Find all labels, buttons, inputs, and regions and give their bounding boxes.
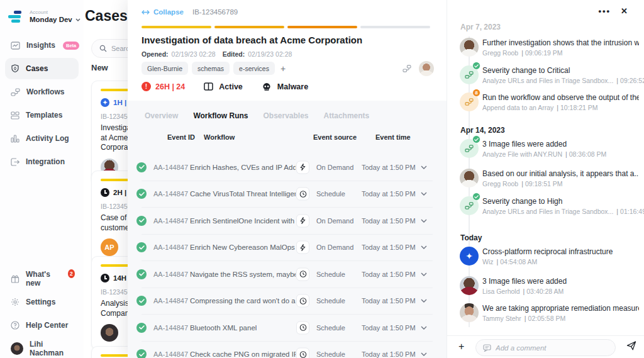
table-row[interactable]: AA-144847 Navigate the RSS system, maybe… — [142, 261, 433, 288]
expand-row-chevron[interactable] — [421, 219, 427, 223]
timeline-item-title: Further investigation shows that the int… — [482, 38, 639, 47]
event-source: Schedule — [316, 297, 345, 305]
expand-row-chevron[interactable] — [421, 352, 427, 356]
add-tag-button[interactable]: + — [280, 64, 286, 74]
event-id: AA-144847 — [153, 164, 188, 171]
success-check-badge — [472, 135, 480, 143]
sidebar-item-label: Help Center — [26, 321, 68, 330]
sidebar-item-templates[interactable]: Templates — [5, 104, 79, 126]
success-check-badge — [472, 193, 480, 201]
timeline-item-title: 3 Image files were added — [482, 140, 639, 148]
sidebar-item-label: Workflows — [26, 87, 64, 96]
sidebar: Account Monday Dev Insights Beta Cases W… — [0, 0, 84, 358]
table-row[interactable]: AA-144847 Bluetooth XML panel Schedule T… — [142, 315, 433, 342]
timeline-item-meta: Analyze URLs and Files in Triage Sandbox… — [482, 208, 639, 215]
sidebar-footer: What's new 2 Settings Help Center Lihi N… — [5, 268, 80, 358]
status-board-icon — [204, 82, 213, 91]
case-title: Investigation of data breach at Acme Cor… — [142, 35, 362, 45]
workflow-runs-table: AA-144847 Enrich Hashes, CVEs and IP Add… — [128, 154, 447, 358]
case-id-header: IB-123456789 — [192, 8, 238, 16]
expand-row-chevron[interactable] — [421, 272, 427, 276]
tag[interactable]: e-services — [233, 62, 275, 75]
table-row[interactable]: AA-144847 Cache VirusTotal Threat Intell… — [142, 181, 433, 208]
tab-workflow-runs[interactable]: Workflow Runs — [193, 111, 248, 120]
workflow-run-icon — [460, 139, 479, 158]
workflow-name: Enrich Hashes, CVEs and IP Addresses w — [190, 164, 296, 171]
send-comment-button[interactable] — [626, 341, 636, 350]
timeline-item[interactable]: 3 Image files were added Analyze File wi… — [460, 139, 639, 158]
event-id: AA-144847 — [153, 243, 188, 251]
event-id: AA-144847 — [153, 324, 188, 332]
sidebar-item-label: Activity Log — [26, 134, 69, 143]
timeline-item[interactable]: 8 Run the workflow and observe the outpu… — [460, 92, 639, 111]
timeline-item[interactable]: 3 Image files were added Lisa Gerhold|03… — [460, 276, 639, 295]
category-value[interactable]: Malware — [277, 82, 308, 91]
expand-row-chevron[interactable] — [421, 165, 427, 169]
sidebar-item-activity-log[interactable]: Activity Log — [5, 128, 79, 149]
clock-icon — [101, 274, 109, 282]
timeline-item[interactable]: Based on our initial analysis, it appear… — [460, 169, 639, 187]
timeline-item-meta: Gregg Roob|09:18:51 PM — [482, 180, 639, 187]
sidebar-item-whats-new[interactable]: What's new 2 — [5, 268, 80, 289]
status-value[interactable]: Active — [219, 82, 243, 91]
event-time: Today at 1:50 PM — [362, 164, 416, 171]
page-title: Cases — [85, 8, 128, 25]
sidebar-item-profile[interactable]: Lihi Nachman — [5, 338, 80, 358]
comment-input[interactable] — [496, 344, 596, 352]
account-switcher[interactable]: Monday Dev — [30, 16, 80, 23]
sidebar-item-label: Integration — [26, 157, 65, 166]
sidebar-item-integration[interactable]: Integration — [5, 151, 79, 172]
timeline-item[interactable]: ✦ Cross-platform reciprocal infrastructu… — [460, 247, 639, 266]
more-button[interactable]: ••• — [598, 6, 611, 16]
tag[interactable]: Glen-Burnie — [142, 62, 188, 75]
close-button[interactable]: ✕ — [621, 6, 628, 16]
timeline-item[interactable]: Severity change to High Analyze URLs and… — [460, 196, 639, 215]
sidebar-item-settings[interactable]: Settings — [5, 291, 80, 313]
tab-observables[interactable]: Observables — [264, 111, 309, 120]
user-avatar — [460, 276, 479, 295]
table-row[interactable]: AA-144847 Enrich Hashes, CVEs and IP Add… — [142, 154, 433, 181]
tag[interactable]: schemas — [192, 62, 230, 75]
event-id: AA-144847 — [153, 297, 188, 305]
workflow-run-icon: 8 — [460, 92, 479, 111]
sidebar-item-workflows[interactable]: Workflows — [5, 81, 79, 103]
linked-workflow-icon[interactable] — [402, 65, 411, 72]
shield-icon — [11, 64, 19, 73]
add-attachment-button[interactable]: + — [458, 341, 464, 352]
timeline-date: Today — [460, 233, 482, 242]
collapse-button[interactable]: Collapse — [153, 8, 184, 16]
timeline-date: Apr 14, 2023 — [460, 126, 505, 135]
user-avatar — [460, 38, 479, 57]
user-avatar — [460, 303, 479, 322]
table-row[interactable]: AA-144847 Enrich New Cybereason MalOps F… — [142, 235, 433, 262]
expand-row-chevron[interactable] — [421, 326, 427, 330]
comment-input-pill[interactable] — [475, 339, 616, 356]
success-check-icon — [136, 189, 147, 199]
event-source: Schedule — [316, 350, 345, 358]
sidebar-item-help-center[interactable]: Help Center — [5, 315, 80, 336]
success-check-icon — [136, 296, 147, 306]
gift-icon — [11, 274, 19, 283]
assignee-avatar[interactable] — [419, 61, 434, 76]
timeline-item[interactable]: We are taking appropriate remediation me… — [460, 303, 639, 322]
event-source: On Demand — [316, 217, 353, 225]
schedule-clock-icon — [296, 321, 309, 334]
timeline-item[interactable]: Severity change to Critical Analyze URLs… — [460, 65, 639, 84]
expand-row-chevron[interactable] — [421, 245, 427, 249]
timeline-item-meta: Analyze File with ANY.RUN|08:36:08 PM — [482, 150, 639, 158]
tab-overview[interactable]: Overview — [145, 111, 178, 120]
table-row[interactable]: AA-144847 Enrich SentinelOne Incident wi… — [142, 208, 433, 235]
table-row[interactable]: AA-144847 Compressing the card won't do … — [142, 288, 433, 315]
timeline-item[interactable]: Further investigation shows that the int… — [460, 38, 639, 57]
event-id: AA-144847 — [153, 217, 188, 225]
integration-wiz-icon: ✦ — [460, 247, 479, 266]
workflow-name: Enrich New Cybereason MalOps File Has — [190, 243, 296, 251]
expand-row-chevron[interactable] — [421, 192, 427, 196]
expand-row-chevron[interactable] — [421, 299, 427, 303]
activity-timeline: Apr 7, 2023 ••• ✕ Further investigation … — [447, 0, 644, 358]
sidebar-item-insights[interactable]: Insights Beta — [5, 35, 79, 56]
table-row[interactable]: AA-144847 Check cache PNG on migrated IP… — [142, 342, 433, 358]
sidebar-item-cases[interactable]: Cases — [5, 58, 79, 79]
event-source: Schedule — [316, 271, 345, 278]
tab-attachments[interactable]: Attachments — [324, 111, 370, 120]
